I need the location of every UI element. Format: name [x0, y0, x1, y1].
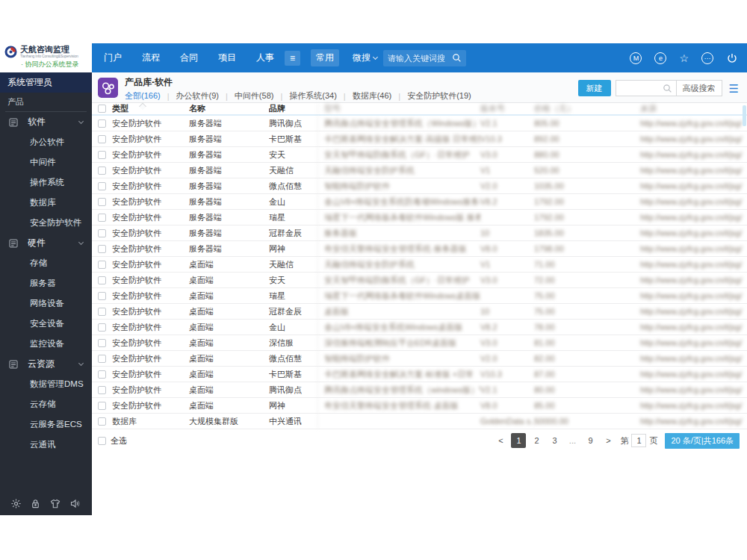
sidebar-group-3[interactable]: 云资源	[0, 354, 92, 374]
table-row[interactable]: 安全防护软件桌面端卡巴斯基卡巴斯基网络安全解决方案·标准版 +日常V10.387…	[92, 367, 747, 382]
sidebar-item-2-3[interactable]: 网络设备	[0, 293, 92, 314]
sidebar-item-3-4[interactable]: 云通讯	[0, 435, 92, 455]
sidebar-item-1-4[interactable]: 数据库	[0, 193, 92, 213]
sidebar-item-1-3[interactable]: 操作系统	[0, 172, 92, 193]
row-checkbox[interactable]	[98, 182, 106, 190]
table-row[interactable]: 安全防护软件桌面端安天安天智甲终端防御系统（GF）·日常维护V3.072.00h…	[92, 273, 747, 288]
sidebar-item-1-5[interactable]: 安全防护软件	[0, 213, 92, 233]
e-circle-icon[interactable]: e	[654, 52, 666, 64]
tab-5[interactable]: 数据库(46)	[353, 90, 392, 102]
table-row[interactable]: 安全防护软件桌面端深信服深信服终端检测响应平台EDR桌面版V3.081.00ht…	[92, 335, 747, 351]
next-page-button[interactable]: >	[601, 433, 616, 448]
table-row[interactable]: 安全防护软件服务器端冠群金辰服务器版101835.00http://www.zj…	[92, 225, 747, 241]
advanced-search-button[interactable]: 高级搜索	[676, 81, 722, 96]
new-button[interactable]: 新建	[578, 80, 611, 96]
row-checkbox[interactable]	[98, 151, 106, 159]
row-checkbox[interactable]	[98, 119, 106, 128]
select-all-checkbox[interactable]	[98, 437, 106, 445]
table-row[interactable]: 安全防护软件桌面端网神奇安信天擎终端安全管理系统·桌面版V8.085.00htt…	[92, 398, 747, 414]
table-row[interactable]: 安全防护软件桌面端瑞星瑞星下一代网络版杀毒软件Windows桌面版75.00ht…	[92, 288, 747, 304]
row-checkbox[interactable]	[98, 198, 106, 206]
nav-item-3[interactable]: 合同	[180, 52, 198, 64]
nav-item-4[interactable]: 项目	[218, 52, 236, 64]
global-search-input[interactable]	[388, 54, 452, 63]
table-row[interactable]: 安全防护软件服务器端天融信天融信终端安全防护系统V1520.00http://w…	[92, 163, 747, 178]
table-row[interactable]: 安全防护软件桌面端微点佰慧智能终端防护软件V2.082.00http://www…	[92, 351, 747, 367]
sidebar-group-1[interactable]: 软件	[0, 112, 92, 132]
page-button-1[interactable]: 1	[511, 433, 526, 448]
sidebar-group-2[interactable]: 硬件	[0, 233, 92, 253]
sidebar-item-1-1[interactable]: 办公软件	[0, 132, 92, 152]
tab-3[interactable]: 中间件(58)	[235, 90, 274, 102]
tab-2[interactable]: 办公软件(9)	[176, 90, 219, 102]
row-checkbox[interactable]	[98, 292, 106, 300]
sidebar-item-3-1[interactable]: 数据管理DMS	[0, 374, 92, 394]
row-checkbox[interactable]	[98, 370, 106, 379]
row-checkbox[interactable]	[98, 355, 106, 363]
table-row[interactable]: 安全防护软件桌面端腾讯御点腾讯御点终端安全管理系统（windows版）V2.1V…	[92, 382, 747, 398]
more-options-icon[interactable]: ···	[701, 52, 713, 64]
row-checkbox[interactable]	[98, 339, 106, 347]
table-search-input[interactable]	[616, 81, 663, 96]
tab-4[interactable]: 操作系统(34)	[289, 90, 337, 102]
prev-page-button[interactable]: <	[493, 433, 508, 448]
sidebar-item-1-2[interactable]: 中间件	[0, 152, 92, 172]
table-row[interactable]: 安全防护软件桌面端冠群金辰桌面版1075.00http://www.zjzfcg…	[92, 304, 747, 320]
speaker-icon[interactable]	[69, 498, 81, 509]
row-checkbox[interactable]	[98, 167, 106, 175]
row-checkbox[interactable]	[98, 214, 106, 222]
sidebar-item-2-5[interactable]: 监控设备	[0, 334, 92, 354]
favorite-star-icon[interactable]: ☆	[679, 52, 689, 64]
lock-icon[interactable]	[30, 498, 41, 509]
search-icon[interactable]	[452, 53, 462, 63]
table-row[interactable]: 安全防护软件桌面端天融信天融信终端安全防护系统V171.00http://www…	[92, 257, 747, 273]
sidebar-item-2-4[interactable]: 安全设备	[0, 314, 92, 334]
sidebar-item-3-3[interactable]: 云服务器ECS	[0, 414, 92, 435]
vertical-scrollbar-thumb[interactable]	[743, 105, 746, 126]
page-size-badge[interactable]: 20 条/页|共166条	[665, 433, 740, 449]
sidebar-item-3-2[interactable]: 云存储	[0, 394, 92, 414]
row-checkbox[interactable]	[98, 308, 106, 316]
oa-login-link[interactable]: · 协同办公系统登录	[4, 60, 87, 69]
table-row[interactable]: 安全防护软件服务器端金山金山V8+终端安全系统防毒墙Windows服务器V8.2…	[92, 194, 747, 210]
tab-1[interactable]: 全部(166)	[125, 90, 161, 102]
row-checkbox[interactable]	[98, 417, 106, 426]
nav-item-5[interactable]: 人事	[256, 52, 274, 64]
row-checkbox[interactable]	[98, 402, 106, 410]
page-button-9[interactable]: 9	[583, 433, 598, 448]
table-row[interactable]: 安全防护软件服务器端网神奇安信天擎终端安全管理系统·服务器版V8.01798.0…	[92, 241, 747, 257]
table-row[interactable]: 安全防护软件服务器端瑞星瑞星下一代网络版杀毒软件Windows版 服务器1792…	[92, 210, 747, 225]
tab-6[interactable]: 安全防护软件(19)	[407, 90, 471, 102]
select-all-header-checkbox[interactable]	[98, 105, 106, 113]
page-button-3[interactable]: 3	[547, 433, 562, 448]
nav-item-1[interactable]: 门户	[104, 52, 122, 64]
hamburger-menu-button[interactable]: ≡	[285, 51, 300, 66]
row-checkbox[interactable]	[98, 276, 106, 284]
wesearch-dropdown[interactable]: 微搜	[353, 52, 377, 64]
table-row[interactable]: 安全防护软件桌面端金山金山V8+终端安全系统Windows桌面版V8.278.0…	[92, 320, 747, 335]
table-row[interactable]: 安全防护软件服务器端卡巴斯基卡巴斯基网络安全解决方案·高级版 日常维护V10.3…	[92, 131, 747, 147]
list-view-toggle-icon[interactable]: ☰	[729, 83, 738, 94]
sidebar-item-2-1[interactable]: 存储	[0, 253, 92, 273]
theme-shirt-icon[interactable]	[49, 498, 61, 509]
page-jump-input[interactable]: 1	[631, 434, 646, 447]
power-logout-icon[interactable]	[726, 52, 738, 64]
table-row[interactable]: 安全防护软件服务器端安天安天智甲终端防御系统（GF）·日常维护V3.0880.0…	[92, 147, 747, 163]
row-checkbox[interactable]	[98, 245, 106, 253]
search-icon[interactable]	[663, 81, 676, 96]
table-row[interactable]: 安全防护软件服务器端微点佰慧智能终端防护软件V2.01035.00http://…	[92, 178, 747, 194]
row-checkbox[interactable]	[98, 323, 106, 332]
table-row[interactable]: 数据库大规模集群版中兴通讯GoldenData s...50000.00http…	[92, 414, 747, 429]
row-checkbox[interactable]	[98, 135, 106, 143]
row-checkbox[interactable]	[98, 386, 106, 394]
row-checkbox[interactable]	[98, 229, 106, 237]
table-row[interactable]: 安全防护软件服务器端腾讯御点腾讯御点终端安全管理系统（Windows版）V2.1…	[92, 116, 747, 131]
page-button-2[interactable]: 2	[529, 433, 544, 448]
nav-item-2[interactable]: 流程	[142, 52, 160, 64]
nav-item-common[interactable]: 常用	[311, 49, 339, 66]
m-circle-icon[interactable]: M	[630, 52, 642, 64]
sidebar-item-2-2[interactable]: 服务器	[0, 273, 92, 293]
row-checkbox[interactable]	[98, 261, 106, 269]
gear-icon[interactable]	[10, 498, 22, 509]
sidebar-section-product[interactable]: 产品	[0, 93, 92, 111]
